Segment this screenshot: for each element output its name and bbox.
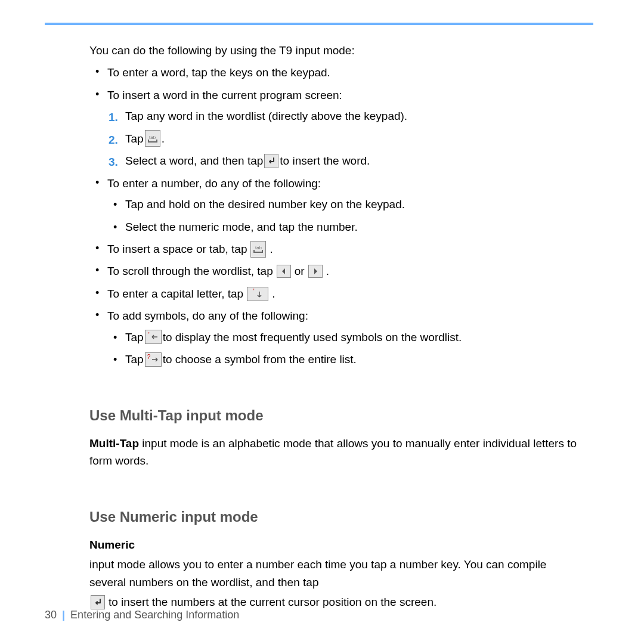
bullet-capital-letter: To enter a capital letter, tap ' . [107,285,581,302]
shift-icon: ' [247,287,268,301]
bullet-add-symbols: To add symbols, do any of the following:… [107,307,581,368]
step-3-post: to insert the word. [280,152,370,169]
numeric-part1: input mode allows you to enter a number … [89,556,581,591]
bullet-enter-number-text: To enter a number, do any of the followi… [107,177,321,190]
bullet-enter-number: To enter a number, do any of the followi… [107,175,581,236]
insert-word-steps: 1. Tap any word in the wordlist (directl… [107,107,581,169]
scroll-post: . [326,262,329,280]
symbol-left-icon: ' [145,330,162,344]
bullet-space-tab: To insert a space or tab, tap tab . [107,240,581,258]
bullet-insert-word-text: To insert a word in the current program … [107,89,342,101]
step-num-2: 2. [109,131,118,148]
tab-icon-label: tab [149,135,156,140]
symbol-right-icon: ? [145,352,162,367]
heading-numeric: Use Numeric input mode [89,506,581,528]
capital-post: . [272,285,275,302]
numeric-bold: Numeric [89,536,135,553]
step-2-pre: Tap [125,130,144,147]
bullet-scroll-wordlist: To scroll through the wordlist, tap or . [107,262,581,280]
enter-number-subs: Tap and hold on the desired number key o… [107,196,581,236]
step-3-pre: Select a word, and then tap [125,152,263,169]
bullet-enter-word: To enter a word, tap the keys on the key… [107,64,581,81]
multitap-para: Multi-Tap input mode is an alphabetic mo… [89,435,581,470]
tab-icon: tab [145,130,160,147]
intro-text: You can do the following by using the T9… [89,42,581,59]
multitap-rest: input mode is an alphabetic mode that al… [89,437,577,467]
scroll-mid: or [295,262,305,280]
tab-icon-label: tab [255,246,262,250]
content-area: You can do the following by using the T9… [45,42,593,611]
sub-sym-frequent: Tap ' to display the most frequently use… [125,329,581,346]
symbols-text: To add symbols, do any of the following: [107,309,308,322]
numeric-para: Numeric input mode allows you to enter a… [89,536,581,611]
footer-separator: | [62,609,65,621]
scroll-pre: To scroll through the wordlist, tap [107,262,273,280]
page-frame: You can do the following by using the T9… [45,23,593,611]
heading-multitap: Use Multi-Tap input mode [89,404,581,426]
step-2: 2. Tap tab . [125,130,581,147]
sub-hold-number: Tap and hold on the desired number key o… [125,196,581,213]
arrow-right-icon [308,265,323,278]
step-num-1: 1. [109,109,118,126]
enter-icon [264,154,278,168]
step-3: 3. Select a word, and then tap to insert… [125,152,581,169]
sym-all-pre: Tap [125,351,144,368]
enter-icon [91,595,105,609]
step-1: 1. Tap any word in the wordlist (directl… [125,107,581,125]
step-2-post: . [162,130,165,147]
main-bullet-list: To enter a word, tap the keys on the key… [89,64,581,368]
space-tab-post: . [270,240,273,258]
sym-freq-pre: Tap [125,329,144,346]
sub-numeric-mode: Select the numeric mode, and tap the num… [125,218,581,236]
tab-icon: tab [250,241,266,258]
sym-all-post: to choose a symbol from the entire list. [163,351,357,368]
capital-pre: To enter a capital letter, tap [107,285,243,302]
step-num-3: 3. [109,153,118,171]
page-footer: 30 | Entering and Searching Information [45,609,239,621]
symbols-subs: Tap ' to display the most frequently use… [107,329,581,369]
bullet-insert-word: To insert a word in the current program … [107,86,581,170]
chapter-title: Entering and Searching Information [70,609,239,621]
step-1-text: Tap any word in the wordlist (directly a… [125,107,407,125]
multitap-bold: Multi-Tap [89,437,139,450]
sub-sym-all: Tap ? to choose a symbol from the entire… [125,351,581,368]
arrow-left-icon [277,265,291,278]
space-tab-pre: To insert a space or tab, tap [107,240,247,258]
sym-freq-post: to display the most frequently used symb… [163,329,462,346]
page-number: 30 [45,609,57,621]
